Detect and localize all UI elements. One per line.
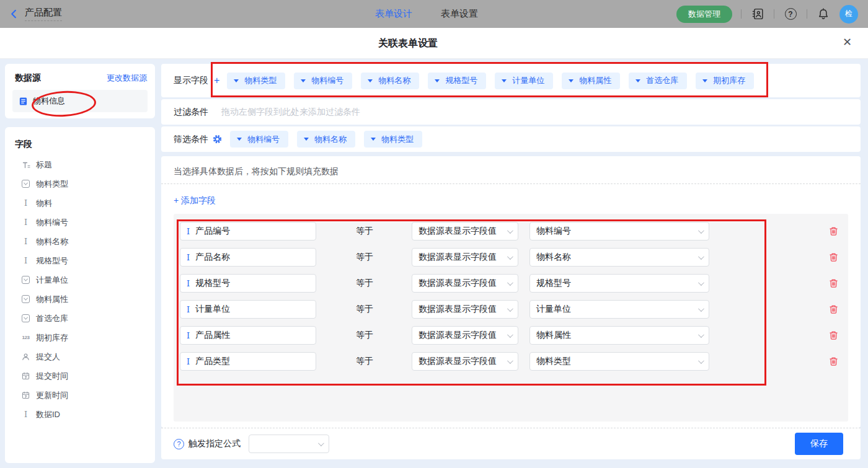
display-field-tag[interactable]: 物料属性 bbox=[562, 73, 620, 89]
display-field-tag[interactable]: 规格型号 bbox=[428, 73, 486, 89]
rule-value-select[interactable]: 物料属性 bbox=[529, 326, 709, 345]
delete-row-button[interactable] bbox=[827, 355, 839, 368]
delete-row-button[interactable] bbox=[827, 277, 839, 289]
rule-source-select[interactable]: 数据源表显示字段值 bbox=[412, 274, 518, 293]
rule-target-field[interactable]: I产品编号 bbox=[180, 222, 316, 241]
user-avatar[interactable]: 检 bbox=[839, 5, 858, 24]
select-icon bbox=[21, 180, 30, 188]
rule-target-field[interactable]: I产品名称 bbox=[180, 248, 316, 267]
rule-target-field[interactable]: I计量单位 bbox=[180, 300, 316, 319]
footer-bar: ? 触发指定公式 保存 bbox=[161, 428, 861, 459]
display-field-tag[interactable]: 物料类型 bbox=[227, 73, 285, 89]
display-field-tag[interactable]: 首选仓库 bbox=[629, 73, 687, 89]
sidebar-field-item[interactable]: 物料类型 bbox=[5, 174, 155, 193]
sidebar-field-item[interactable]: I物料 bbox=[5, 193, 155, 213]
rule-value-select[interactable]: 规格型号 bbox=[529, 274, 709, 293]
delete-row-button[interactable] bbox=[827, 329, 839, 342]
dashed-divider bbox=[161, 183, 861, 184]
sidebar-field-item[interactable]: 123期初库存 bbox=[5, 328, 155, 347]
display-field-tag[interactable]: 物料名称 bbox=[361, 73, 419, 89]
rule-row: I计量单位等于数据源表显示字段值计量单位 bbox=[180, 300, 839, 319]
rule-value-select[interactable]: 物料编号 bbox=[529, 222, 709, 241]
text-field-icon: I bbox=[187, 331, 190, 340]
topbar: 产品配置 表单设计 表单设置 数据管理 ? 检 bbox=[0, 0, 868, 28]
filter-label: 过滤条件 bbox=[174, 107, 208, 118]
caret-down-icon bbox=[371, 138, 376, 141]
rule-source-select[interactable]: 数据源表显示字段值 bbox=[412, 222, 518, 241]
sidebar-field-item[interactable]: 提交人 bbox=[5, 347, 155, 366]
tag-label: 规格型号 bbox=[445, 75, 477, 86]
chevron-down-icon bbox=[698, 254, 704, 260]
close-icon[interactable]: ✕ bbox=[843, 35, 852, 49]
rule-value-select[interactable]: 计量单位 bbox=[529, 300, 709, 319]
text-field-icon: I bbox=[187, 305, 190, 314]
data-manage-button[interactable]: 数据管理 bbox=[676, 6, 732, 23]
notification-bell-icon[interactable] bbox=[816, 7, 831, 22]
help-icon[interactable]: ? bbox=[783, 7, 798, 22]
display-field-tag[interactable]: 计量单位 bbox=[495, 73, 553, 89]
rule-target-field[interactable]: I产品属性 bbox=[180, 326, 316, 345]
screen-condition-tags: 物料编号物料名称物料类型 bbox=[230, 131, 422, 148]
rule-value-select[interactable]: 物料类型 bbox=[529, 352, 709, 371]
rule-target-field[interactable]: I产品类型 bbox=[180, 352, 316, 371]
back-button[interactable]: 产品配置 bbox=[9, 7, 62, 21]
delete-row-button[interactable] bbox=[827, 303, 839, 316]
screen-condition-tag[interactable]: 物料编号 bbox=[230, 131, 288, 148]
add-field-label: 添加字段 bbox=[181, 195, 216, 205]
sidebar-field-item[interactable]: I物料名称 bbox=[5, 232, 155, 251]
rule-target-field[interactable]: I规格型号 bbox=[180, 274, 316, 293]
display-field-tag[interactable]: 期初库存 bbox=[696, 73, 754, 89]
rule-source-select[interactable]: 数据源表显示字段值 bbox=[412, 248, 518, 267]
text-field-icon: I bbox=[187, 279, 190, 288]
tab-form-design[interactable]: 表单设计 bbox=[375, 8, 412, 20]
sidebar-field-item[interactable]: 提交时间 bbox=[5, 366, 155, 386]
add-field-link[interactable]: + 添加字段 bbox=[174, 195, 216, 206]
tag-label: 物料类型 bbox=[381, 134, 414, 145]
help-circle-icon[interactable]: ? bbox=[174, 439, 184, 449]
sidebar-field-item[interactable]: 物料属性 bbox=[5, 289, 155, 309]
formula-select[interactable] bbox=[249, 435, 329, 453]
sidebar-field-item[interactable]: I规格型号 bbox=[5, 251, 155, 270]
text-field-icon: I bbox=[187, 357, 190, 366]
rule-source-select[interactable]: 数据源表显示字段值 bbox=[412, 300, 518, 319]
display-fields-label: 显示字段 bbox=[174, 75, 208, 86]
sidebar-field-item[interactable]: 标题 bbox=[5, 155, 155, 174]
add-display-field-button[interactable]: + bbox=[214, 75, 219, 86]
rule-target-field-label: 规格型号 bbox=[195, 278, 230, 289]
tag-label: 计量单位 bbox=[512, 75, 544, 86]
delete-row-button[interactable] bbox=[827, 251, 839, 263]
rules-panel: I产品编号等于数据源表显示字段值物料编号I产品名称等于数据源表显示字段值物料名称… bbox=[174, 214, 848, 422]
filter-dropzone[interactable]: 拖动左侧字段到此处来添加过滤条件 bbox=[221, 107, 360, 118]
text-field-icon: I bbox=[187, 253, 190, 262]
sidebar-field-item[interactable]: 计量单位 bbox=[5, 270, 155, 289]
contacts-book-icon[interactable] bbox=[750, 7, 765, 22]
screen-condition-tag[interactable]: 物料类型 bbox=[364, 131, 422, 148]
screen-condition-tag[interactable]: 物料名称 bbox=[297, 131, 355, 148]
chevron-down-icon bbox=[318, 440, 324, 446]
fields-card: 字段 标题物料类型I物料I物料编号I物料名称I规格型号计量单位物料属性首选仓库1… bbox=[5, 127, 155, 463]
save-button[interactable]: 保存 bbox=[795, 433, 843, 455]
date-icon bbox=[21, 391, 30, 399]
delete-row-button[interactable] bbox=[827, 225, 839, 237]
gear-icon[interactable] bbox=[213, 135, 222, 144]
text-icon: I bbox=[21, 410, 30, 419]
rule-value-label: 物料属性 bbox=[536, 330, 571, 341]
rule-source-select[interactable]: 数据源表显示字段值 bbox=[412, 352, 518, 371]
display-field-tag[interactable]: 物料编号 bbox=[294, 73, 352, 89]
datasource-selected-item[interactable]: 物料信息 bbox=[12, 90, 148, 112]
select-icon bbox=[21, 276, 30, 284]
caret-down-icon bbox=[569, 79, 574, 82]
rule-value-select[interactable]: 物料名称 bbox=[529, 248, 709, 267]
sidebar-field-item[interactable]: I物料编号 bbox=[5, 213, 155, 232]
sidebar-field-item[interactable]: 首选仓库 bbox=[5, 309, 155, 328]
sidebar-field-item[interactable]: I数据ID bbox=[5, 405, 155, 424]
datasource-card: 数据源 更改数据源 物料信息 bbox=[5, 64, 155, 118]
sidebar-field-label: 物料 bbox=[36, 198, 52, 209]
tab-form-settings[interactable]: 表单设置 bbox=[441, 8, 478, 20]
sidebar-field-item[interactable]: 更新时间 bbox=[5, 386, 155, 405]
tag-label: 物料类型 bbox=[244, 75, 277, 86]
sidebar-field-label: 首选仓库 bbox=[36, 313, 68, 324]
change-datasource-link[interactable]: 更改数据源 bbox=[107, 73, 147, 84]
rule-value-label: 规格型号 bbox=[536, 278, 571, 289]
rule-source-select[interactable]: 数据源表显示字段值 bbox=[412, 326, 518, 345]
